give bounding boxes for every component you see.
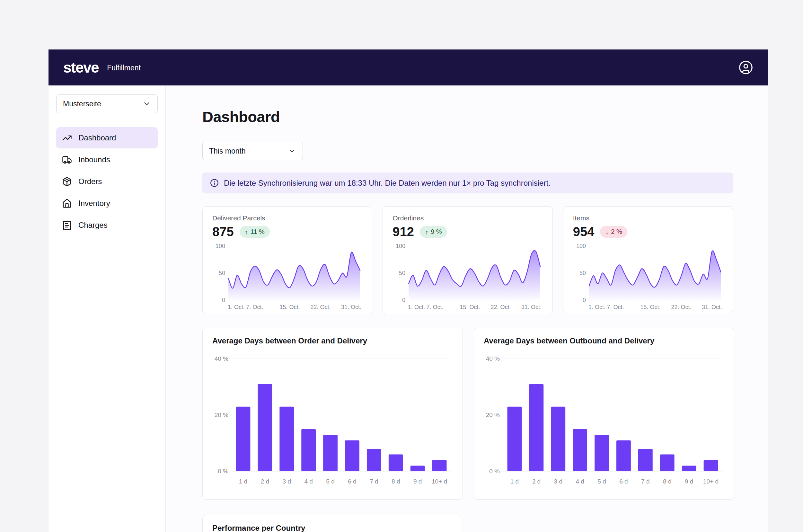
arrow-down-icon: ↓ xyxy=(605,229,608,235)
stat-value: 912 xyxy=(393,225,414,239)
sidebar-item-label: Dashboard xyxy=(78,133,116,142)
svg-text:15. Oct.: 15. Oct. xyxy=(460,304,480,310)
sync-info-text: Die letzte Synchronisierung war um 18:33… xyxy=(224,178,551,188)
svg-text:7. Oct.: 7. Oct. xyxy=(246,304,263,310)
stat-value: 954 xyxy=(573,225,595,239)
workspace-select[interactable]: Musterseite xyxy=(56,94,158,113)
user-account-button[interactable] xyxy=(739,60,753,75)
arrow-up-icon: ↑ xyxy=(245,229,248,235)
delta-value: 11 % xyxy=(251,228,265,235)
svg-text:5 d: 5 d xyxy=(326,478,334,485)
trending-up-icon xyxy=(62,133,72,143)
svg-text:1 d: 1 d xyxy=(510,478,519,485)
sidebar-menu: Dashboard Inbounds Orders xyxy=(56,127,158,236)
svg-text:1 d: 1 d xyxy=(239,478,247,485)
svg-text:0: 0 xyxy=(582,297,586,303)
svg-text:100: 100 xyxy=(215,243,225,249)
sidebar-item-dashboard[interactable]: Dashboard xyxy=(56,127,158,148)
stat-card-orderlines: Orderlines 912 ↑ 9 % 0501001. Oct.7. Oct… xyxy=(383,206,552,314)
svg-text:50: 50 xyxy=(579,270,586,276)
main-content: Dashboard This month Die letzte Synchron… xyxy=(166,86,768,532)
svg-text:22. Oct.: 22. Oct. xyxy=(671,304,691,310)
arrow-up-icon: ↑ xyxy=(425,229,428,235)
app-window: steve Fulfillment Musterseite xyxy=(49,50,768,532)
truck-icon xyxy=(62,155,72,165)
svg-text:0: 0 xyxy=(402,297,405,303)
sparkline-chart-items: 0501001. Oct.7. Oct.15. Oct.22. Oct.31. … xyxy=(573,242,723,311)
svg-text:10+ d: 10+ d xyxy=(432,478,447,485)
chart-card-order-delivery: Average Days between Order and Delivery … xyxy=(202,328,463,499)
delta-badge: ↑ 9 % xyxy=(420,226,447,238)
chevron-down-icon xyxy=(288,147,296,155)
delta-value: 2 % xyxy=(611,228,622,235)
chevron-down-icon xyxy=(142,100,151,108)
svg-text:1. Oct.: 1. Oct. xyxy=(589,304,606,310)
svg-text:22. Oct.: 22. Oct. xyxy=(310,304,330,310)
page-title: Dashboard xyxy=(202,108,733,126)
svg-text:6 d: 6 d xyxy=(348,478,356,485)
svg-text:100: 100 xyxy=(396,243,405,249)
stat-card-delivered-parcels: Delivered Parcels 875 ↑ 11 % 0501001. Oc… xyxy=(202,206,372,314)
svg-text:40 %: 40 % xyxy=(214,355,228,362)
svg-text:0 %: 0 % xyxy=(489,468,500,475)
svg-text:31. Oct.: 31. Oct. xyxy=(521,304,541,310)
svg-text:2 d: 2 d xyxy=(532,478,540,485)
svg-text:7 d: 7 d xyxy=(641,478,649,485)
svg-text:15. Oct.: 15. Oct. xyxy=(280,304,300,310)
sync-info-banner: Die letzte Synchronisierung war um 18:33… xyxy=(202,172,733,193)
info-icon xyxy=(210,178,219,187)
svg-text:50: 50 xyxy=(399,270,405,276)
svg-text:15. Oct.: 15. Oct. xyxy=(640,304,661,310)
svg-text:9 d: 9 d xyxy=(414,478,422,485)
chart-title: Average Days between Order and Delivery xyxy=(212,336,367,345)
chart-card-outbound-delivery: Average Days between Outbound and Delive… xyxy=(474,328,734,499)
svg-text:100: 100 xyxy=(576,243,586,249)
svg-text:7 d: 7 d xyxy=(370,478,378,485)
brand-logo: steve xyxy=(63,60,99,75)
bar-chart-outbound-delivery: 0 %20 %40 %1 d2 d3 d4 d5 d6 d7 d8 d9 d10… xyxy=(484,353,724,488)
svg-text:0 %: 0 % xyxy=(218,468,228,475)
sparkline-chart-delivered-parcels: 0501001. Oct.7. Oct.15. Oct.22. Oct.31. … xyxy=(212,242,362,311)
svg-text:20 %: 20 % xyxy=(486,412,500,418)
bar-chart-cards-row: Average Days between Order and Delivery … xyxy=(202,328,733,499)
sidebar-item-label: Orders xyxy=(78,177,102,186)
chart-title: Performance per Country xyxy=(212,524,305,532)
svg-text:10+ d: 10+ d xyxy=(703,478,719,485)
sidebar-item-inbounds[interactable]: Inbounds xyxy=(56,149,158,170)
svg-text:20 %: 20 % xyxy=(214,412,228,418)
performance-per-country-card: Performance per Country xyxy=(202,515,462,532)
sidebar-item-charges[interactable]: Charges xyxy=(56,215,158,236)
sidebar-item-label: Inventory xyxy=(78,199,110,208)
svg-text:8 d: 8 d xyxy=(663,478,671,485)
page: steve Fulfillment Musterseite xyxy=(0,0,803,532)
sparkline-chart-orderlines: 0501001. Oct.7. Oct.15. Oct.22. Oct.31. … xyxy=(393,242,542,311)
svg-text:8 d: 8 d xyxy=(391,478,400,485)
receipt-icon xyxy=(62,221,72,230)
delta-value: 9 % xyxy=(431,228,442,235)
svg-text:22. Oct.: 22. Oct. xyxy=(491,304,511,310)
svg-text:3 d: 3 d xyxy=(554,478,562,485)
stat-label: Orderlines xyxy=(393,214,542,222)
product-name: Fulfillment xyxy=(107,63,141,72)
app-body: Musterseite Dashboard xyxy=(49,86,768,532)
chart-title: Average Days between Outbound and Delive… xyxy=(484,336,654,345)
period-select[interactable]: This month xyxy=(202,142,303,160)
sidebar-item-inventory[interactable]: Inventory xyxy=(56,193,158,214)
bar-chart-order-delivery: 0 %20 %40 %1 d2 d3 d4 d5 d6 d7 d8 d9 d10… xyxy=(212,353,453,488)
sidebar: Musterseite Dashboard xyxy=(49,86,166,532)
house-icon xyxy=(62,198,72,209)
stat-value: 875 xyxy=(212,225,234,239)
svg-text:7. Oct.: 7. Oct. xyxy=(607,304,624,310)
svg-text:31. Oct.: 31. Oct. xyxy=(341,304,361,310)
sidebar-item-label: Charges xyxy=(78,221,108,230)
sidebar-item-orders[interactable]: Orders xyxy=(56,171,158,192)
svg-text:50: 50 xyxy=(219,270,225,276)
period-select-value: This month xyxy=(209,147,246,155)
svg-text:4 d: 4 d xyxy=(304,478,312,485)
svg-text:4 d: 4 d xyxy=(576,478,584,485)
stat-label: Delivered Parcels xyxy=(212,214,362,222)
svg-text:6 d: 6 d xyxy=(619,478,628,485)
svg-text:3 d: 3 d xyxy=(283,478,291,485)
delta-badge: ↑ 11 % xyxy=(240,226,270,238)
top-navbar: steve Fulfillment xyxy=(49,50,768,86)
